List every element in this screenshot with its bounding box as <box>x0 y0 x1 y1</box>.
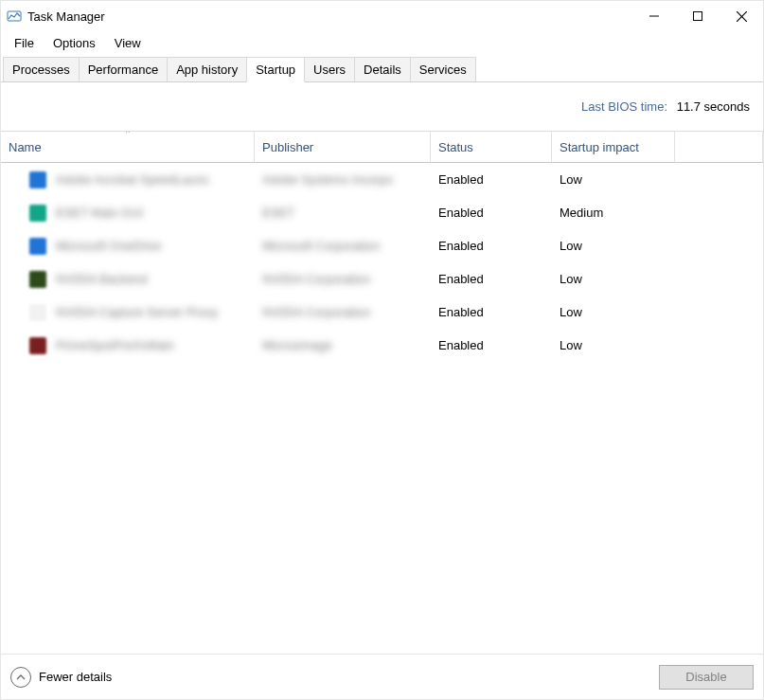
cell-publisher: NVIDIA Corporation <box>255 296 431 329</box>
menu-options[interactable]: Options <box>44 33 105 53</box>
column-header-spacer <box>675 132 763 163</box>
cell-status: Enabled <box>431 262 552 296</box>
fewer-details-button[interactable]: Fewer details <box>10 667 112 688</box>
disable-button[interactable]: Disable <box>659 665 754 690</box>
cell-name: ESET Main GUI <box>1 196 255 229</box>
window-controls <box>632 1 763 31</box>
cell-name: Adobe Acrobat SpeedLaunc <box>1 163 255 196</box>
table-row[interactable]: Adobe Acrobat SpeedLauncAdobe Systems In… <box>1 163 763 196</box>
menubar: File Options View <box>1 31 763 57</box>
cell-status: Enabled <box>431 196 552 229</box>
window-title: Task Manager <box>27 9 632 24</box>
app-icon <box>29 171 46 188</box>
tab-startup[interactable]: Startup <box>246 57 305 82</box>
cell-publisher: Microsimage <box>255 329 431 362</box>
table-row[interactable]: Microsoft OneDriveMicrosoft CorporationE… <box>1 229 763 262</box>
column-header-impact-label: Startup impact <box>560 140 639 154</box>
cell-impact: Low <box>552 296 675 329</box>
column-header-name[interactable]: ⌃ Name <box>1 132 255 163</box>
cell-status: Enabled <box>431 229 552 262</box>
publisher-name: Adobe Systems Incorpo <box>262 172 393 187</box>
app-icon <box>29 271 46 288</box>
tab-app-history[interactable]: App history <box>167 57 247 81</box>
cell-publisher: Microsoft Corporation <box>255 229 431 262</box>
cell-publisher: Adobe Systems Incorpo <box>255 163 431 196</box>
svg-rect-0 <box>8 11 21 21</box>
app-name: NVIDIA Backend <box>56 272 148 286</box>
cell-impact: Low <box>552 262 675 296</box>
app-name: PrimeSpotPreXnMain <box>56 338 174 352</box>
maximize-button[interactable] <box>676 1 720 31</box>
column-header-status[interactable]: Status <box>431 132 552 163</box>
tab-performance[interactable]: Performance <box>79 57 168 81</box>
sort-ascending-icon: ⌃ <box>124 131 132 138</box>
svg-rect-2 <box>694 12 702 21</box>
publisher-name: Microsimage <box>262 338 332 352</box>
app-icon <box>29 238 46 255</box>
close-button[interactable] <box>720 1 763 31</box>
publisher-name: NVIDIA Corporation <box>262 305 370 319</box>
tab-processes[interactable]: Processes <box>3 57 80 81</box>
cell-name: Microsoft OneDrive <box>1 229 255 262</box>
bios-time-label: Last BIOS time: <box>581 99 667 114</box>
table-row[interactable]: ESET Main GUIESETEnabledMedium <box>1 196 763 229</box>
cell-impact: Medium <box>552 196 675 229</box>
cell-status: Enabled <box>431 296 552 329</box>
cell-status: Enabled <box>431 329 552 362</box>
app-name: Adobe Acrobat SpeedLaunc <box>56 172 209 187</box>
cell-name: NVIDIA Capture Server Proxy <box>1 296 255 329</box>
task-manager-window: Task Manager File Options View Processes… <box>0 0 764 700</box>
startup-table: ⌃ Name Publisher Status Startup impact A… <box>1 131 763 654</box>
cell-publisher: NVIDIA Corporation <box>255 262 431 296</box>
titlebar: Task Manager <box>1 1 763 31</box>
publisher-name: NVIDIA Corporation <box>262 272 370 286</box>
app-name: ESET Main GUI <box>56 206 143 220</box>
app-icon <box>29 337 46 354</box>
chevron-up-icon <box>10 667 31 688</box>
cell-impact: Low <box>552 329 675 362</box>
menu-file[interactable]: File <box>5 33 44 53</box>
tab-services[interactable]: Services <box>410 57 476 81</box>
column-header-impact[interactable]: Startup impact <box>552 132 675 163</box>
column-header-name-label: Name <box>9 140 42 154</box>
fewer-details-label: Fewer details <box>39 670 112 684</box>
column-header-publisher[interactable]: Publisher <box>255 132 431 163</box>
app-name: Microsoft OneDrive <box>56 239 161 253</box>
table-row[interactable]: PrimeSpotPreXnMainMicrosimageEnabledLow <box>1 329 763 362</box>
menu-view[interactable]: View <box>105 33 151 53</box>
app-icon <box>29 205 46 222</box>
table-row[interactable]: NVIDIA BackendNVIDIA CorporationEnabledL… <box>1 262 763 296</box>
tab-details[interactable]: Details <box>354 57 411 81</box>
bios-time-row: Last BIOS time: 11.7 seconds <box>1 82 763 131</box>
tab-users[interactable]: Users <box>304 57 355 81</box>
table-header: ⌃ Name Publisher Status Startup impact <box>1 132 763 163</box>
column-header-status-label: Status <box>438 140 473 154</box>
column-header-publisher-label: Publisher <box>262 140 313 154</box>
cell-publisher: ESET <box>255 196 431 229</box>
cell-status: Enabled <box>431 163 552 196</box>
cell-name: NVIDIA Backend <box>1 262 255 296</box>
task-manager-icon <box>7 9 22 24</box>
cell-name: PrimeSpotPreXnMain <box>1 329 255 362</box>
table-body: Adobe Acrobat SpeedLauncAdobe Systems In… <box>1 163 763 362</box>
cell-impact: Low <box>552 163 675 196</box>
table-row[interactable]: NVIDIA Capture Server ProxyNVIDIA Corpor… <box>1 296 763 329</box>
footer: Fewer details Disable <box>1 654 763 699</box>
tab-strip: Processes Performance App history Startu… <box>1 57 763 82</box>
publisher-name: Microsoft Corporation <box>262 239 380 253</box>
publisher-name: ESET <box>262 206 294 220</box>
cell-impact: Low <box>552 229 675 262</box>
minimize-button[interactable] <box>632 1 676 31</box>
app-name: NVIDIA Capture Server Proxy <box>56 305 218 319</box>
tab-content: Last BIOS time: 11.7 seconds ⌃ Name Publ… <box>1 82 763 654</box>
app-icon <box>29 304 46 321</box>
bios-time-value: 11.7 seconds <box>677 99 750 114</box>
